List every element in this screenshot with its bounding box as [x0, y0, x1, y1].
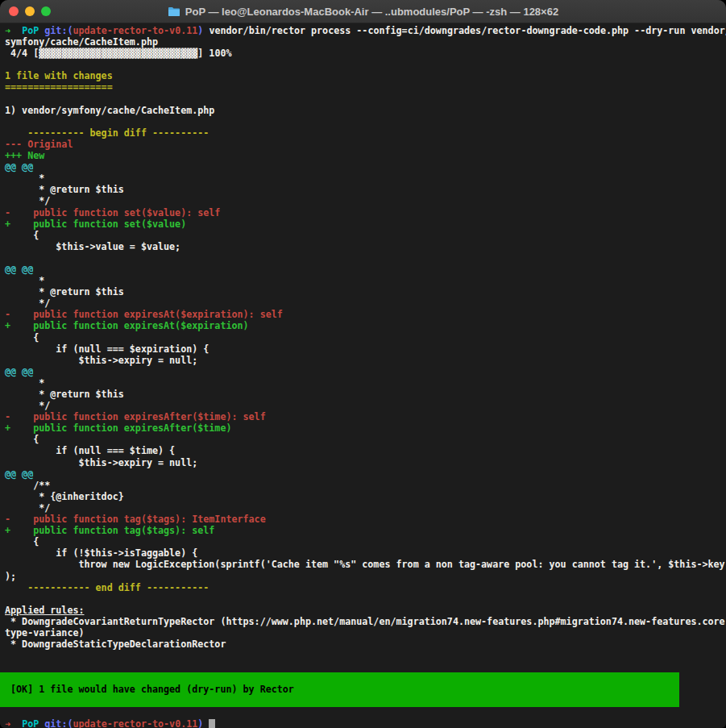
- terminal-line: type-variance): [5, 627, 726, 639]
- terminal-line: + public function set($value): [5, 218, 726, 230]
- terminal-line: @@ @@: [5, 264, 726, 275]
- terminal-line: + public function expiresAt($expiration): [5, 320, 726, 331]
- terminal-line: */: [5, 502, 726, 514]
- terminal-line: * @return $this: [5, 184, 726, 195]
- terminal-line: ----------- end diff -----------: [5, 582, 726, 593]
- terminal-line: [5, 593, 726, 605]
- terminal-line: + public function tag($tags): self: [5, 525, 726, 536]
- terminal-line: @@ @@: [5, 161, 726, 173]
- terminal-window: PoP — leo@Leonardos-MacBook-Air — ..ubmo…: [0, 0, 726, 728]
- terminal-line: */: [5, 400, 726, 411]
- progress-bar-line: 4/4 [▓▓▓▓▓▓▓▓▓▓▓▓▓▓▓▓▓▓▓▓▓▓▓▓▓▓▓▓] 100%: [5, 48, 726, 59]
- terminal-line: {: [5, 434, 726, 445]
- terminal-line: $this->expiry = null;: [5, 355, 726, 366]
- terminal-line: 1 file with changes: [5, 70, 726, 81]
- terminal-line: [5, 661, 726, 672]
- terminal-line: *: [5, 377, 726, 389]
- terminal-output: ➜ PoP git:(update-rector-to-v0.11) vendo…: [5, 25, 726, 728]
- terminal-line: $this->value = $value;: [5, 241, 726, 252]
- minimize-button[interactable]: [25, 6, 35, 16]
- terminal-line: - public function expiresAfter($time): s…: [5, 411, 726, 422]
- terminal-line: @@ @@: [5, 366, 726, 377]
- terminal-line: /**: [5, 480, 726, 491]
- terminal-line: ===================: [5, 81, 726, 93]
- terminal-line: {: [5, 536, 726, 547]
- folder-icon: [168, 6, 180, 17]
- terminal-line: * {@inheritdoc}: [5, 491, 726, 502]
- window-titlebar[interactable]: PoP — leo@Leonardos-MacBook-Air — ..ubmo…: [0, 0, 726, 23]
- terminal-line: [5, 650, 726, 661]
- terminal-line: *: [5, 275, 726, 286]
- terminal-line: *: [5, 173, 726, 184]
- terminal-line: ---------- begin diff ----------: [5, 127, 726, 139]
- terminal-line: {: [5, 332, 726, 343]
- terminal-line: if (null === $time) {: [5, 445, 726, 456]
- terminal-line: $this->expiry = null;: [5, 457, 726, 468]
- file-heading-line: 1) vendor/symfony/cache/CacheItem.php: [5, 105, 726, 116]
- terminal-line: * DowngradeCovariantReturnTypeRector (ht…: [5, 616, 726, 627]
- terminal-line: [5, 59, 726, 70]
- terminal-line: */: [5, 297, 726, 309]
- terminal-line: );: [5, 571, 726, 582]
- terminal-line: [5, 707, 726, 718]
- ok-banner-bottom: [0, 696, 679, 707]
- terminal-line: if (!$this->isTaggable) {: [5, 547, 726, 559]
- terminal-line: - public function tag($tags): ItemInterf…: [5, 514, 726, 525]
- window-title: PoP — leo@Leonardos-MacBook-Air — ..ubmo…: [185, 6, 558, 18]
- terminal-line: [5, 94, 726, 105]
- traffic-lights: [9, 6, 51, 16]
- terminal-line: throw new LogicException(sprintf('Cache …: [5, 559, 726, 570]
- terminal-line: {: [5, 230, 726, 241]
- ok-banner: [OK] 1 file would have changed (dry-run)…: [0, 684, 679, 695]
- terminal-line: @@ @@: [5, 468, 726, 480]
- terminal-line: * @return $this: [5, 389, 726, 400]
- terminal-line: --- Original: [5, 139, 726, 150]
- terminal-line: - public function expiresAt($expiration)…: [5, 309, 726, 320]
- terminal-line: * @return $this: [5, 286, 726, 297]
- terminal-line: symfony/cache/CacheItem.php: [5, 36, 726, 48]
- terminal-line: */: [5, 195, 726, 206]
- text-cursor: [209, 719, 215, 728]
- terminal-line: + public function expiresAfter($time): [5, 422, 726, 434]
- terminal-line: +++ New: [5, 150, 726, 161]
- terminal-body[interactable]: ➜ PoP git:(update-rector-to-v0.11) vendo…: [0, 23, 726, 728]
- ok-banner-top: [0, 672, 679, 684]
- terminal-line: [5, 116, 726, 127]
- terminal-line: - public function set($value): self: [5, 207, 726, 218]
- close-button[interactable]: [9, 6, 19, 16]
- applied-rules-heading: Applied rules:: [5, 605, 726, 616]
- zoom-button[interactable]: [41, 6, 51, 16]
- terminal-line: * DowngradeStaticTypeDeclarationRector: [5, 639, 726, 650]
- shell-prompt-line: ➜ PoP git:(update-rector-to-v0.11) vendo…: [5, 25, 726, 36]
- terminal-line: if (null === $expiration) {: [5, 343, 726, 355]
- terminal-line: [5, 252, 726, 264]
- shell-prompt-line: ➜ PoP git:(update-rector-to-v0.11): [5, 718, 726, 728]
